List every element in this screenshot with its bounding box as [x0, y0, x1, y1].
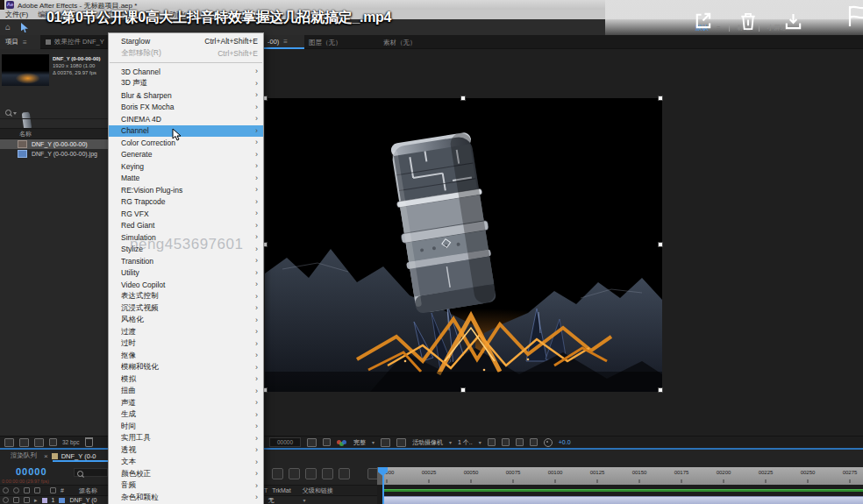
effects-menu-item[interactable]: 3D Channel›: [109, 66, 263, 78]
layer-duration-bar[interactable]: [383, 496, 863, 504]
effects-menu-item[interactable]: 声道›: [109, 397, 263, 409]
selection-handle[interactable]: [461, 96, 465, 100]
effects-menu-item[interactable]: 生成›: [109, 409, 263, 422]
transparency-grid-icon[interactable]: [396, 438, 406, 447]
expand-arrow-icon[interactable]: ▸: [34, 497, 38, 504]
effects-menu-item[interactable]: Video Copilot›: [109, 279, 263, 291]
panel-menu-icon[interactable]: ≡: [283, 38, 288, 46]
exposure-gear-icon[interactable]: [544, 438, 553, 447]
tab-project[interactable]: 项目 ≡: [0, 35, 40, 49]
show-channels-icon[interactable]: [337, 439, 347, 446]
show-snapshot-icon[interactable]: [323, 438, 331, 446]
frame-blending-icon[interactable]: [322, 468, 333, 479]
panel-menu-icon[interactable]: ≡: [23, 39, 27, 46]
trash-icon[interactable]: [739, 11, 757, 32]
current-time-display[interactable]: 00000: [16, 466, 47, 477]
composition-mini-flowchart-icon[interactable]: [272, 468, 283, 479]
snapshot-camera-icon[interactable]: [307, 438, 317, 447]
bit-depth-label[interactable]: 32 bpc: [62, 439, 80, 445]
layer-name[interactable]: DNF_Y (0: [69, 497, 96, 503]
effects-menu-item[interactable]: 扭曲›: [109, 386, 263, 398]
t-column[interactable]: T: [264, 487, 267, 493]
effects-menu-item[interactable]: 风格化›: [109, 315, 263, 327]
selection-handle[interactable]: [659, 243, 662, 246]
effects-menu-item[interactable]: Keying›: [109, 160, 263, 173]
camera-view-select[interactable]: 活动摄像机: [412, 438, 443, 447]
solo-icon[interactable]: [24, 487, 30, 493]
effects-menu-item[interactable]: StarglowCtrl+Alt+Shift+E: [109, 35, 263, 47]
workspace-menu-icon[interactable]: ≡: [717, 25, 721, 32]
close-icon[interactable]: ×: [44, 452, 48, 460]
region-of-interest-icon[interactable]: [381, 438, 390, 447]
effects-menu-item[interactable]: Transition›: [109, 255, 263, 267]
layer-number-column[interactable]: #: [61, 487, 64, 493]
effects-menu-item[interactable]: 3D 声道›: [109, 78, 263, 90]
effects-menu-item[interactable]: RE:Vision Plug-ins›: [109, 184, 263, 196]
effects-menu-item[interactable]: 颜色校正›: [109, 468, 263, 480]
timeline-button-icon[interactable]: [516, 438, 524, 446]
home-icon[interactable]: ⌂: [5, 23, 11, 32]
video-visibility-icon[interactable]: [3, 487, 9, 493]
flag-icon[interactable]: [847, 4, 863, 28]
effects-menu-item[interactable]: Red Giant›: [109, 220, 263, 232]
layer-switch[interactable]: [13, 497, 19, 503]
tab-render-queue[interactable]: 渲染队列: [11, 451, 37, 460]
flowchart-icon[interactable]: [530, 438, 538, 446]
view-layout-select[interactable]: 1 个..: [458, 438, 473, 447]
effects-menu-item[interactable]: 透视›: [109, 444, 263, 457]
new-folder-icon[interactable]: [19, 438, 29, 447]
effects-menu-item[interactable]: RG Trapcode›: [109, 196, 263, 209]
new-composition-icon[interactable]: [34, 438, 44, 447]
effects-menu-item[interactable]: Blur & Sharpen›: [109, 89, 263, 102]
effects-menu-item[interactable]: Matte›: [109, 173, 263, 185]
effects-menu-item[interactable]: 模拟›: [109, 373, 263, 386]
motion-blur-icon[interactable]: [339, 468, 350, 479]
source-name-column[interactable]: 源名称: [79, 486, 97, 495]
hide-shy-layers-icon[interactable]: [305, 468, 317, 479]
effects-menu-item[interactable]: Color Correction›: [109, 137, 263, 149]
effects-menu-item[interactable]: 抠像›: [109, 350, 263, 362]
effects-menu-item[interactable]: 过渡›: [109, 326, 263, 338]
project-settings-icon[interactable]: [49, 438, 57, 446]
exposure-value[interactable]: +0.0: [559, 439, 571, 445]
lock-icon[interactable]: [34, 487, 40, 493]
effects-menu-item[interactable]: 杂色和颗粒›: [109, 492, 263, 504]
layer-color-label[interactable]: [42, 498, 47, 503]
effects-menu-item[interactable]: 实用工具›: [109, 433, 263, 445]
tab-composition[interactable]: -00) ≡: [264, 35, 304, 49]
label-column-icon[interactable]: [50, 487, 56, 493]
audio-icon[interactable]: [13, 487, 19, 493]
time-ruler[interactable]: 0000000025000500007500100001250015000175…: [377, 467, 863, 485]
effects-menu-item[interactable]: Generate›: [109, 149, 263, 161]
tab-timeline-comp[interactable]: × DNF_Y (0-0: [44, 452, 96, 460]
tab-layer[interactable]: 图层（无）: [309, 39, 342, 47]
effects-menu-item[interactable]: Boris FX Mocha›: [109, 102, 263, 114]
comp-time-field[interactable]: 00000: [269, 437, 301, 447]
interpret-footage-icon[interactable]: [4, 438, 14, 447]
composition-viewport[interactable]: [265, 98, 662, 392]
share-icon[interactable]: [693, 11, 713, 31]
effects-menu-item[interactable]: 文本›: [109, 457, 263, 469]
tab-effect-controls[interactable]: 效果控件 DNF_Y: [46, 35, 104, 49]
selection-handle[interactable]: [461, 388, 465, 392]
effects-menu-item[interactable]: 模糊和锐化›: [109, 362, 263, 374]
effects-menu-item[interactable]: 时间›: [109, 421, 263, 433]
parent-select[interactable]: 无: [268, 496, 275, 504]
tab-footage[interactable]: 素材（无）: [383, 39, 417, 47]
effects-menu-item[interactable]: 过时›: [109, 338, 263, 351]
effects-menu-item[interactable]: 表达式控制›: [109, 291, 263, 303]
menubar-item[interactable]: 文件(F): [5, 10, 28, 19]
delete-icon[interactable]: [85, 437, 93, 447]
effects-menu-item[interactable]: RG VFX›: [109, 208, 263, 220]
layer-visibility-icon[interactable]: [3, 497, 9, 503]
effects-menu-item[interactable]: Utility›: [109, 267, 263, 280]
layer-switch[interactable]: [24, 497, 30, 503]
selection-handle[interactable]: [659, 388, 662, 392]
pixel-aspect-icon[interactable]: [488, 438, 496, 446]
fast-previews-icon[interactable]: [502, 438, 510, 446]
trkmat-column[interactable]: TrkMat: [272, 487, 291, 493]
effects-menu-item[interactable]: 沉浸式视频›: [109, 302, 263, 315]
draft-3d-icon[interactable]: [289, 468, 300, 479]
parent-link-column[interactable]: 父级和链接: [303, 486, 333, 495]
effects-menu-item[interactable]: Channel›: [109, 125, 263, 138]
